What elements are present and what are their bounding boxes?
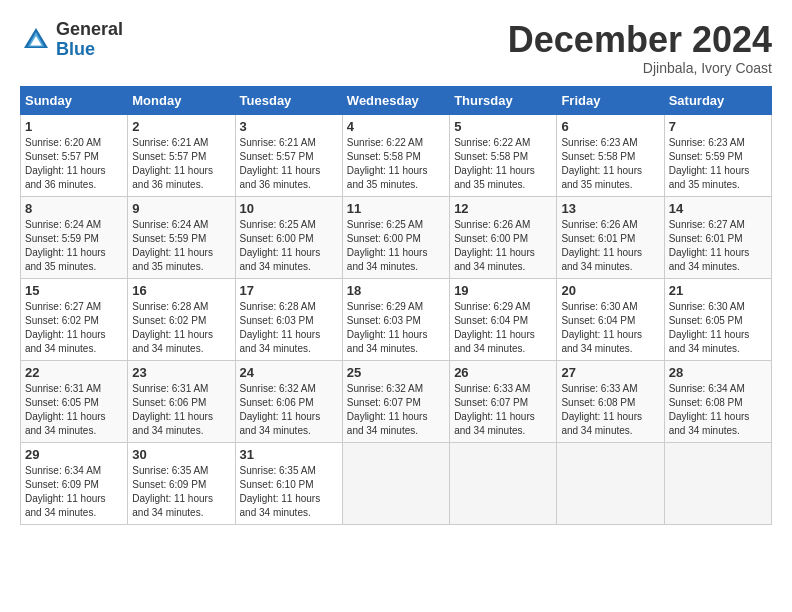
weekday-header-row: SundayMondayTuesdayWednesdayThursdayFrid…	[21, 86, 772, 114]
calendar-day-cell: 24 Sunrise: 6:32 AMSunset: 6:06 PMDaylig…	[235, 360, 342, 442]
day-number: 22	[25, 365, 123, 380]
day-number: 25	[347, 365, 445, 380]
day-info: Sunrise: 6:24 AMSunset: 5:59 PMDaylight:…	[132, 218, 230, 274]
calendar-day-cell: 5 Sunrise: 6:22 AMSunset: 5:58 PMDayligh…	[450, 114, 557, 196]
day-number: 1	[25, 119, 123, 134]
day-info: Sunrise: 6:35 AMSunset: 6:09 PMDaylight:…	[132, 464, 230, 520]
day-number: 11	[347, 201, 445, 216]
day-number: 15	[25, 283, 123, 298]
day-info: Sunrise: 6:26 AMSunset: 6:00 PMDaylight:…	[454, 218, 552, 274]
calendar-day-cell: 25 Sunrise: 6:32 AMSunset: 6:07 PMDaylig…	[342, 360, 449, 442]
day-number: 5	[454, 119, 552, 134]
day-info: Sunrise: 6:34 AMSunset: 6:09 PMDaylight:…	[25, 464, 123, 520]
day-info: Sunrise: 6:35 AMSunset: 6:10 PMDaylight:…	[240, 464, 338, 520]
calendar-day-cell	[664, 442, 771, 524]
day-info: Sunrise: 6:21 AMSunset: 5:57 PMDaylight:…	[240, 136, 338, 192]
calendar-day-cell	[450, 442, 557, 524]
weekday-header-sunday: Sunday	[21, 86, 128, 114]
day-info: Sunrise: 6:29 AMSunset: 6:03 PMDaylight:…	[347, 300, 445, 356]
day-number: 24	[240, 365, 338, 380]
calendar-day-cell: 4 Sunrise: 6:22 AMSunset: 5:58 PMDayligh…	[342, 114, 449, 196]
day-info: Sunrise: 6:28 AMSunset: 6:03 PMDaylight:…	[240, 300, 338, 356]
day-info: Sunrise: 6:27 AMSunset: 6:02 PMDaylight:…	[25, 300, 123, 356]
day-info: Sunrise: 6:27 AMSunset: 6:01 PMDaylight:…	[669, 218, 767, 274]
calendar-week-row: 29 Sunrise: 6:34 AMSunset: 6:09 PMDaylig…	[21, 442, 772, 524]
day-info: Sunrise: 6:22 AMSunset: 5:58 PMDaylight:…	[454, 136, 552, 192]
location: Djinbala, Ivory Coast	[508, 60, 772, 76]
calendar-day-cell: 9 Sunrise: 6:24 AMSunset: 5:59 PMDayligh…	[128, 196, 235, 278]
day-info: Sunrise: 6:23 AMSunset: 5:59 PMDaylight:…	[669, 136, 767, 192]
month-title: December 2024	[508, 20, 772, 60]
day-number: 9	[132, 201, 230, 216]
day-info: Sunrise: 6:33 AMSunset: 6:07 PMDaylight:…	[454, 382, 552, 438]
page-header: General Blue December 2024 Djinbala, Ivo…	[20, 20, 772, 76]
day-number: 4	[347, 119, 445, 134]
day-info: Sunrise: 6:31 AMSunset: 6:05 PMDaylight:…	[25, 382, 123, 438]
calendar-day-cell: 19 Sunrise: 6:29 AMSunset: 6:04 PMDaylig…	[450, 278, 557, 360]
day-number: 12	[454, 201, 552, 216]
day-info: Sunrise: 6:22 AMSunset: 5:58 PMDaylight:…	[347, 136, 445, 192]
day-number: 6	[561, 119, 659, 134]
calendar-day-cell: 27 Sunrise: 6:33 AMSunset: 6:08 PMDaylig…	[557, 360, 664, 442]
logo: General Blue	[20, 20, 123, 60]
day-number: 3	[240, 119, 338, 134]
calendar-day-cell: 7 Sunrise: 6:23 AMSunset: 5:59 PMDayligh…	[664, 114, 771, 196]
calendar-day-cell: 10 Sunrise: 6:25 AMSunset: 6:00 PMDaylig…	[235, 196, 342, 278]
day-info: Sunrise: 6:31 AMSunset: 6:06 PMDaylight:…	[132, 382, 230, 438]
day-number: 26	[454, 365, 552, 380]
day-info: Sunrise: 6:30 AMSunset: 6:04 PMDaylight:…	[561, 300, 659, 356]
day-info: Sunrise: 6:24 AMSunset: 5:59 PMDaylight:…	[25, 218, 123, 274]
day-number: 7	[669, 119, 767, 134]
day-info: Sunrise: 6:25 AMSunset: 6:00 PMDaylight:…	[347, 218, 445, 274]
day-number: 10	[240, 201, 338, 216]
calendar-day-cell: 23 Sunrise: 6:31 AMSunset: 6:06 PMDaylig…	[128, 360, 235, 442]
calendar-day-cell: 28 Sunrise: 6:34 AMSunset: 6:08 PMDaylig…	[664, 360, 771, 442]
calendar-day-cell: 13 Sunrise: 6:26 AMSunset: 6:01 PMDaylig…	[557, 196, 664, 278]
calendar-week-row: 1 Sunrise: 6:20 AMSunset: 5:57 PMDayligh…	[21, 114, 772, 196]
day-number: 20	[561, 283, 659, 298]
calendar-day-cell: 8 Sunrise: 6:24 AMSunset: 5:59 PMDayligh…	[21, 196, 128, 278]
day-number: 27	[561, 365, 659, 380]
calendar-week-row: 8 Sunrise: 6:24 AMSunset: 5:59 PMDayligh…	[21, 196, 772, 278]
calendar-day-cell: 12 Sunrise: 6:26 AMSunset: 6:00 PMDaylig…	[450, 196, 557, 278]
weekday-header-thursday: Thursday	[450, 86, 557, 114]
weekday-header-saturday: Saturday	[664, 86, 771, 114]
calendar-week-row: 22 Sunrise: 6:31 AMSunset: 6:05 PMDaylig…	[21, 360, 772, 442]
day-number: 23	[132, 365, 230, 380]
day-info: Sunrise: 6:32 AMSunset: 6:07 PMDaylight:…	[347, 382, 445, 438]
day-info: Sunrise: 6:20 AMSunset: 5:57 PMDaylight:…	[25, 136, 123, 192]
calendar-day-cell: 29 Sunrise: 6:34 AMSunset: 6:09 PMDaylig…	[21, 442, 128, 524]
calendar-day-cell	[342, 442, 449, 524]
day-number: 2	[132, 119, 230, 134]
day-number: 21	[669, 283, 767, 298]
calendar-day-cell: 22 Sunrise: 6:31 AMSunset: 6:05 PMDaylig…	[21, 360, 128, 442]
calendar-day-cell: 14 Sunrise: 6:27 AMSunset: 6:01 PMDaylig…	[664, 196, 771, 278]
day-number: 19	[454, 283, 552, 298]
day-number: 13	[561, 201, 659, 216]
calendar-day-cell: 11 Sunrise: 6:25 AMSunset: 6:00 PMDaylig…	[342, 196, 449, 278]
day-number: 31	[240, 447, 338, 462]
calendar-day-cell: 31 Sunrise: 6:35 AMSunset: 6:10 PMDaylig…	[235, 442, 342, 524]
calendar-day-cell: 26 Sunrise: 6:33 AMSunset: 6:07 PMDaylig…	[450, 360, 557, 442]
calendar-day-cell: 3 Sunrise: 6:21 AMSunset: 5:57 PMDayligh…	[235, 114, 342, 196]
calendar-week-row: 15 Sunrise: 6:27 AMSunset: 6:02 PMDaylig…	[21, 278, 772, 360]
logo-text: General Blue	[56, 20, 123, 60]
day-info: Sunrise: 6:32 AMSunset: 6:06 PMDaylight:…	[240, 382, 338, 438]
day-number: 16	[132, 283, 230, 298]
day-info: Sunrise: 6:33 AMSunset: 6:08 PMDaylight:…	[561, 382, 659, 438]
calendar-day-cell: 1 Sunrise: 6:20 AMSunset: 5:57 PMDayligh…	[21, 114, 128, 196]
calendar-day-cell: 2 Sunrise: 6:21 AMSunset: 5:57 PMDayligh…	[128, 114, 235, 196]
day-info: Sunrise: 6:34 AMSunset: 6:08 PMDaylight:…	[669, 382, 767, 438]
day-info: Sunrise: 6:26 AMSunset: 6:01 PMDaylight:…	[561, 218, 659, 274]
calendar-day-cell: 20 Sunrise: 6:30 AMSunset: 6:04 PMDaylig…	[557, 278, 664, 360]
day-number: 30	[132, 447, 230, 462]
logo-blue: Blue	[56, 40, 123, 60]
calendar-day-cell: 18 Sunrise: 6:29 AMSunset: 6:03 PMDaylig…	[342, 278, 449, 360]
day-info: Sunrise: 6:21 AMSunset: 5:57 PMDaylight:…	[132, 136, 230, 192]
day-number: 18	[347, 283, 445, 298]
weekday-header-monday: Monday	[128, 86, 235, 114]
day-number: 8	[25, 201, 123, 216]
calendar-day-cell: 21 Sunrise: 6:30 AMSunset: 6:05 PMDaylig…	[664, 278, 771, 360]
calendar-day-cell: 15 Sunrise: 6:27 AMSunset: 6:02 PMDaylig…	[21, 278, 128, 360]
day-info: Sunrise: 6:30 AMSunset: 6:05 PMDaylight:…	[669, 300, 767, 356]
